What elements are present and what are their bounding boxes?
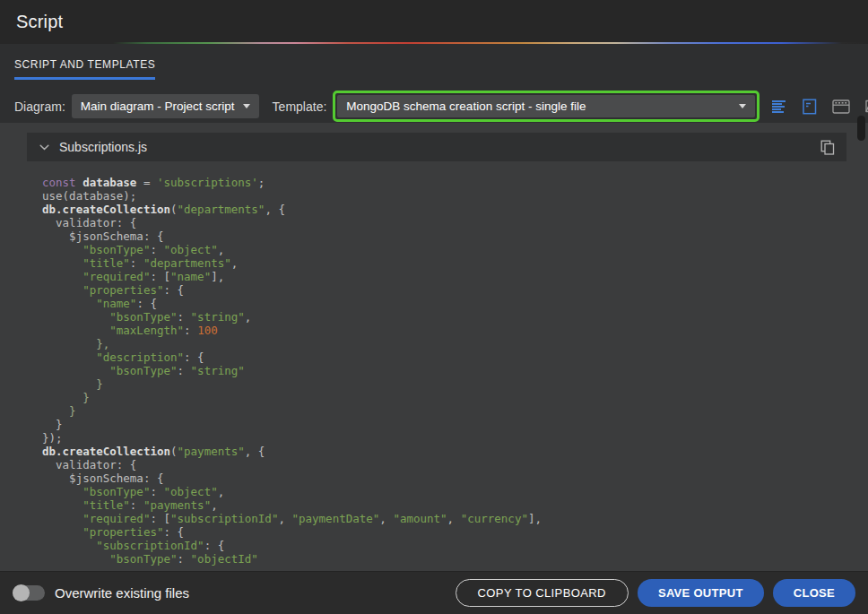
code-line: } [42, 404, 868, 418]
overwrite-toggle-label: Overwrite existing files [55, 585, 189, 601]
code-line: validator: { [42, 458, 868, 471]
diagram-select[interactable]: Main diagram - Project script [72, 94, 259, 118]
footer-bar: Overwrite existing files COPY TO CLIPBOA… [0, 571, 868, 614]
template-select[interactable]: MongoDB schema creation script - single … [337, 95, 755, 117]
code-line: validator: { [42, 216, 868, 229]
template-file-icon[interactable] [803, 99, 817, 115]
rainbow-divider [0, 42, 868, 44]
copy-file-icon[interactable] [818, 137, 838, 158]
code-line: } [42, 418, 868, 431]
chevron-down-icon [243, 104, 250, 108]
dialog-titlebar: Script [0, 0, 868, 44]
code-line: $jsonSchema: { [42, 471, 868, 485]
save-output-button[interactable]: SAVE OUTPUT [638, 579, 764, 607]
code-line: db.createCollection("payments", { [42, 445, 868, 458]
file-panel-header: Subscriptions.js [27, 133, 846, 161]
code-line: "required": ["name"], [42, 270, 868, 283]
code-line: } [42, 377, 868, 391]
code-line: use(database); [42, 189, 868, 203]
code-line: "description": { [42, 350, 868, 364]
code-line: "maxLength": 100 [42, 324, 868, 337]
diagram-label: Diagram: [14, 99, 65, 114]
controls-row: Diagram: Main diagram - Project script T… [14, 91, 855, 122]
code-line: "properties": { [42, 525, 868, 539]
copy-to-clipboard-button[interactable]: COPY TO CLIPBOARD [456, 579, 629, 607]
tab-row: SCRIPT AND TEMPLATES [14, 44, 855, 80]
code-line: } [42, 391, 868, 404]
window-icon[interactable] [832, 99, 850, 114]
template-label: Template: [273, 99, 327, 114]
diagram-select-value: Main diagram - Project script [81, 99, 235, 113]
file-name: Subscriptions.js [59, 140, 147, 154]
code-line: "subscriptionId": { [42, 539, 868, 552]
chevron-down-icon [739, 104, 746, 108]
code-line: $jsonSchema: { [42, 229, 868, 243]
code-line: db.createCollection("departments", { [42, 203, 868, 216]
footer-buttons: COPY TO CLIPBOARD SAVE OUTPUT CLOSE [456, 579, 855, 607]
page-title: Script [16, 12, 63, 32]
code-line: "bsonType": "string", [42, 310, 868, 324]
script-output-area: Subscriptions.js const database = 'subsc… [0, 123, 868, 571]
code-line: "bsonType": "object", [42, 243, 868, 256]
format-lines-icon[interactable] [772, 100, 787, 113]
toolbar-icons [772, 99, 868, 115]
vertical-scrollbar-thumb[interactable] [857, 116, 865, 141]
code-line: "required": ["subscriptionId", "paymentD… [42, 512, 868, 525]
code-line: "title": "payments", [42, 498, 868, 512]
toggle-knob [13, 584, 30, 601]
subheader: SCRIPT AND TEMPLATES Diagram: Main diagr… [0, 44, 868, 123]
code-block: const database = 'subscriptions';use(dat… [42, 176, 868, 566]
tab-script-and-templates[interactable]: SCRIPT AND TEMPLATES [14, 58, 155, 80]
code-line: "bsonType": "string" [42, 364, 868, 377]
template-select-value: MongoDB schema creation script - single … [346, 99, 586, 113]
code-line: const database = 'subscriptions'; [42, 176, 868, 189]
close-button[interactable]: CLOSE [773, 579, 855, 607]
code-line: "properties": { [42, 283, 868, 297]
template-select-highlight: MongoDB schema creation script - single … [333, 91, 760, 122]
collapse-chevron-icon[interactable] [39, 144, 49, 151]
code-line: "bsonType": "objectId" [42, 552, 868, 566]
code-line: }, [42, 337, 868, 350]
code-line: "title": "departments", [42, 256, 868, 270]
code-line: "name": { [42, 297, 868, 310]
code-line: }); [42, 431, 868, 445]
overwrite-toggle[interactable] [13, 585, 45, 601]
code-line: "bsonType": "object", [42, 485, 868, 498]
